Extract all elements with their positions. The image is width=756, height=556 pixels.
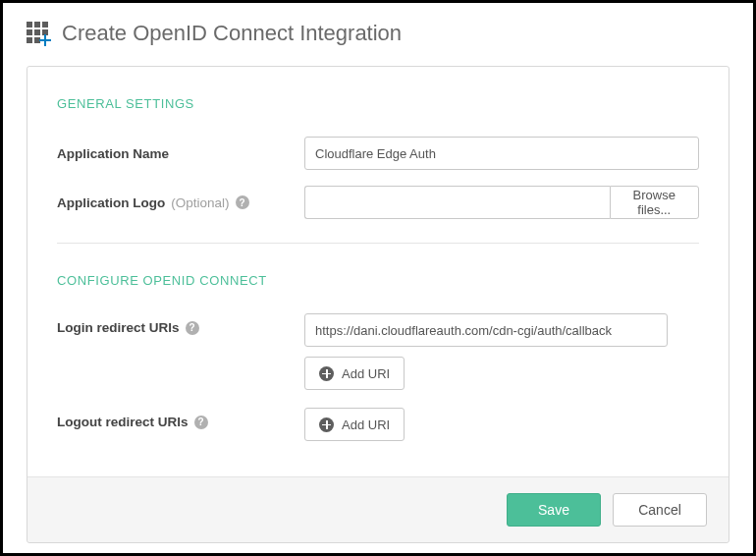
label-application-name: Application Name xyxy=(57,146,304,161)
cancel-button[interactable]: Cancel xyxy=(613,493,707,527)
label-login-redirect: Login redirect URIs ? xyxy=(57,313,304,335)
form-panel: GENERAL SETTINGS Application Name Applic… xyxy=(27,66,729,543)
label-logout-redirect: Logout redirect URIs ? xyxy=(57,408,304,429)
add-login-uri-button[interactable]: Add URI xyxy=(304,357,405,390)
application-name-input[interactable] xyxy=(304,137,699,170)
help-icon[interactable]: ? xyxy=(186,321,199,335)
section-openid-title: CONFIGURE OPENID CONNECT xyxy=(57,273,699,288)
browse-files-button[interactable]: Browse files... xyxy=(610,186,699,219)
page-header: Create OpenID Connect Integration xyxy=(27,21,729,46)
section-general-title: GENERAL SETTINGS xyxy=(57,96,699,111)
help-icon[interactable]: ? xyxy=(236,195,249,209)
save-button[interactable]: Save xyxy=(507,493,601,527)
row-application-logo: Application Logo (Optional) ? Browse fil… xyxy=(57,186,699,219)
login-redirect-uri-input[interactable] xyxy=(304,313,668,347)
application-logo-input[interactable] xyxy=(304,186,610,219)
label-application-logo: Application Logo (Optional) ? xyxy=(57,195,304,210)
apps-add-icon xyxy=(27,22,50,45)
row-logout-redirect: Logout redirect URIs ? Add URI xyxy=(57,408,699,441)
plus-circle-icon xyxy=(319,366,334,381)
row-application-name: Application Name xyxy=(57,137,699,170)
help-icon[interactable]: ? xyxy=(194,416,208,429)
row-login-redirect: Login redirect URIs ? Add URI xyxy=(57,313,699,390)
divider xyxy=(57,243,699,244)
panel-footer: Save Cancel xyxy=(27,477,729,542)
plus-circle-icon xyxy=(319,417,334,432)
page-title: Create OpenID Connect Integration xyxy=(62,21,402,46)
add-logout-uri-button[interactable]: Add URI xyxy=(304,408,405,441)
